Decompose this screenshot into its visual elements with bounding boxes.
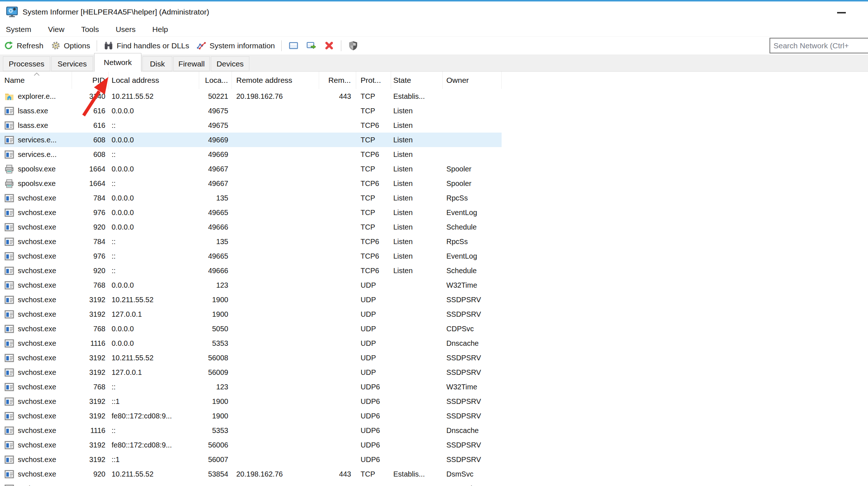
header-local-port[interactable]: Loca...: [199, 72, 232, 89]
tab-disk[interactable]: Disk: [142, 56, 172, 71]
tab-devices[interactable]: Devices: [211, 56, 249, 71]
table-row[interactable]: svchost.exe 3192 fe80::172:cd08:9... 560…: [0, 438, 502, 452]
table-row[interactable]: svchost.exe 3192 127.0.0.1 1900 UDP SSDP…: [0, 307, 502, 321]
tab-processes[interactable]: Processes: [3, 56, 50, 71]
refresh-button[interactable]: Refresh: [0, 39, 47, 53]
table-row[interactable]: svchost.exe 768 0.0.0.0 123 UDP W32Time: [0, 278, 502, 292]
cell-local-address: 10.211.55.52: [109, 292, 199, 307]
table-row[interactable]: explorer.e... 3140 10.211.55.52 50221 20…: [0, 89, 502, 104]
menu-view[interactable]: View: [42, 23, 70, 36]
table-row[interactable]: svchost.exe 3192 fe80::172:cd08:9... 190…: [0, 409, 502, 423]
tab-firewall[interactable]: Firewall: [173, 56, 210, 71]
cell-state: Listen: [391, 104, 443, 118]
shield-icon: [348, 41, 358, 50]
header-local-address[interactable]: Local address: [109, 72, 199, 89]
cell-local-port: 5353: [199, 336, 232, 351]
table-row[interactable]: svchost.exe 768 0.0.0.0 5050 UDP CDPSvc: [0, 321, 502, 336]
cell-local-address: 127.0.0.1: [109, 365, 199, 380]
cell-owner: SSDPSRV: [443, 452, 502, 467]
header-remote-address[interactable]: Remote address: [232, 72, 319, 89]
table-row[interactable]: svchost.exe 3192 ::1 56007 UDP6 SSDPSRV: [0, 452, 502, 467]
table-row[interactable]: svchost.exe 920 0.0.0.0 49666 TCP Listen…: [0, 220, 502, 234]
search-input[interactable]: [769, 38, 868, 53]
cell-remote-address: [232, 191, 319, 205]
header-remote-port[interactable]: Rem...: [319, 72, 356, 89]
table-row[interactable]: svchost.exe 3192 10.211.55.52 56008 UDP …: [0, 351, 502, 365]
sort-ascending-indicator: [33, 72, 40, 76]
cell-remote-address: [232, 147, 319, 162]
new-window-button[interactable]: [285, 39, 302, 53]
table-row[interactable]: svchost.exe 1116 0.0.0.0 5353 UDP Dnscac…: [0, 336, 502, 351]
cell-remote-port: [319, 147, 356, 162]
options-button[interactable]: Options: [47, 39, 94, 53]
table-row[interactable]: svchost.exe 920 :: 49666 TCP6 Listen Sch…: [0, 263, 502, 278]
cell-pid: 920: [72, 467, 109, 481]
table-row[interactable]: svchost.exe 976 0.0.0.0 49665 TCP Listen…: [0, 205, 502, 220]
menu-help[interactable]: Help: [146, 23, 174, 36]
menu-users[interactable]: Users: [110, 23, 141, 36]
cell-owner: CDPSvc: [443, 321, 502, 336]
cell-owner: Spooler: [443, 162, 502, 176]
table-row[interactable]: svchost.exe 784 0.0.0.0 135 TCP Listen R…: [0, 191, 502, 205]
app-window-icon: [4, 324, 14, 334]
cell-remote-address: [232, 336, 319, 351]
table-row[interactable]: svchost.exe 976 :: 49665 TCP6 Listen Eve…: [0, 249, 502, 263]
table-row[interactable]: svchost.exe 1116 :: 5353 UDP6 Dnscache: [0, 423, 502, 438]
table-row[interactable]: svchost.exe 768 :: 123 UDP6 W32Time: [0, 380, 502, 394]
header-owner[interactable]: Owner: [443, 72, 502, 89]
cell-local-address: 0.0.0.0: [109, 336, 199, 351]
cell-remote-address: [232, 249, 319, 263]
tabbar: Processes Services Network Disk Firewall…: [0, 54, 868, 72]
cell-local-port: 5353: [199, 423, 232, 438]
table-row[interactable]: svchost.exe 3192 10.211.55.52 1900 UDP S…: [0, 292, 502, 307]
cell-state: [391, 292, 443, 307]
cell-owner: SSDPSRV: [443, 365, 502, 380]
cell-remote-port: [319, 321, 356, 336]
cell-name: svchost.exe: [0, 452, 72, 467]
table-row[interactable]: lsass.exe 616 :: 49675 TCP6 Listen: [0, 118, 502, 133]
elevation-button[interactable]: [344, 39, 362, 53]
tab-network[interactable]: Network: [94, 53, 141, 72]
cell-name: svchost.exe: [0, 394, 72, 409]
cell-protocol: TCP: [356, 467, 391, 481]
system-information-button[interactable]: System information: [193, 39, 279, 53]
cell-state: [391, 365, 443, 380]
cell-local-port: 49667: [199, 176, 232, 191]
cell-pid: 920: [72, 220, 109, 234]
table-row[interactable]: svchost.exe 920 10.211.55.52 53854 20.19…: [0, 467, 502, 481]
table-row[interactable]: lsass.exe 616 0.0.0.0 49675 TCP Listen: [0, 104, 502, 118]
cell-protocol: UDP: [356, 365, 391, 380]
table-row[interactable]: services.e... 608 0.0.0.0 49669 TCP List…: [0, 133, 502, 147]
cell-local-address: ::: [109, 176, 199, 191]
toolbar-separator: [97, 40, 97, 51]
cell-local-port: 1900: [199, 307, 232, 321]
table-row[interactable]: svchost.exe 784 :: 135 TCP6 Listen RpcSs: [0, 234, 502, 249]
cell-owner: SSDPSRV: [443, 438, 502, 452]
menu-tools[interactable]: Tools: [75, 23, 105, 36]
table-row[interactable]: svchost.exe 1116 0.0.0.0 5355 UDP Dnscac…: [0, 481, 502, 486]
cell-state: Listen: [391, 205, 443, 220]
cell-remote-port: [319, 438, 356, 452]
table-row[interactable]: svchost.exe 3192 127.0.0.1 56009 UDP SSD…: [0, 365, 502, 380]
table-row[interactable]: svchost.exe 3192 ::1 1900 UDP6 SSDPSRV: [0, 394, 502, 409]
cell-pid: 3192: [72, 307, 109, 321]
close-button[interactable]: [320, 39, 338, 53]
header-protocol[interactable]: Prot...: [356, 72, 391, 89]
cell-local-port: 56006: [199, 438, 232, 452]
minimize-button[interactable]: [836, 9, 847, 16]
table-row[interactable]: spoolsv.exe 1664 :: 49667 TCP6 Listen Sp…: [0, 176, 502, 191]
cell-remote-port: [319, 220, 356, 234]
cell-local-port: 135: [199, 191, 232, 205]
cell-remote-port: 443: [319, 89, 356, 104]
cell-remote-port: [319, 191, 356, 205]
tab-services[interactable]: Services: [51, 56, 93, 71]
header-pid[interactable]: PID: [72, 72, 109, 89]
table-row[interactable]: services.e... 608 :: 49669 TCP6 Listen: [0, 147, 502, 162]
cell-pid: 3192: [72, 351, 109, 365]
cell-protocol: TCP6: [356, 147, 391, 162]
menu-system[interactable]: System: [0, 23, 37, 36]
open-window-button[interactable]: [302, 39, 320, 53]
header-state[interactable]: State: [391, 72, 443, 89]
find-handles-button[interactable]: Find handles or DLLs: [100, 39, 193, 53]
table-row[interactable]: spoolsv.exe 1664 0.0.0.0 49667 TCP Liste…: [0, 162, 502, 176]
